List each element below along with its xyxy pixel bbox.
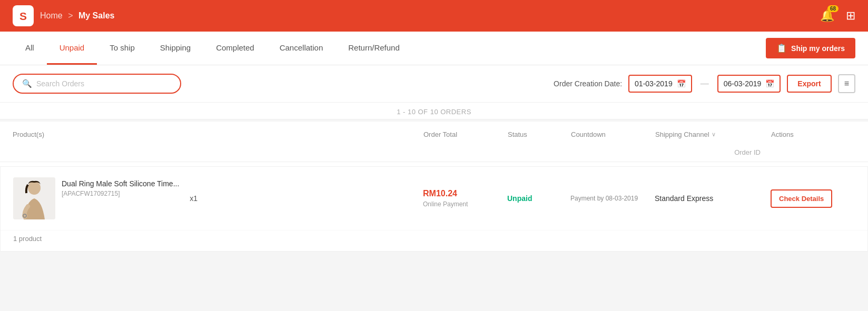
table-header: Product(s) Order Total Status Countdown … bbox=[0, 122, 868, 162]
header-right: 🔔 68 ⊞ bbox=[818, 7, 855, 24]
export-button[interactable]: Export bbox=[787, 75, 831, 93]
tab-to-ship[interactable]: To ship bbox=[97, 32, 147, 65]
filter-row: 🔍 Order Creation Date: 01-03-2019 📅 — 06… bbox=[0, 65, 868, 103]
tab-shipping[interactable]: Shipping bbox=[147, 32, 203, 65]
th-products: Product(s) bbox=[13, 131, 423, 138]
status-badge: Unpaid bbox=[507, 194, 532, 203]
hamburger-icon: ≡ bbox=[844, 79, 849, 88]
grid-menu-icon[interactable]: ⊞ bbox=[846, 9, 855, 23]
breadcrumb-separator: > bbox=[68, 11, 73, 20]
date-from-field[interactable]: 01-03-2019 📅 bbox=[628, 75, 692, 93]
tabs-bar: All Unpaid To ship Shipping Completed Ca… bbox=[0, 32, 868, 65]
ship-orders-icon: 📋 bbox=[776, 43, 787, 53]
orders-table: Product(s) Order Total Status Countdown … bbox=[0, 122, 868, 252]
payment-due-date: Payment by 08-03-2019 bbox=[570, 195, 655, 202]
sort-icon: ∨ bbox=[712, 131, 716, 138]
order-row-inner: Dual Ring Male Soft Silicone Time... [AP… bbox=[1, 167, 867, 230]
breadcrumb-home[interactable]: Home bbox=[40, 11, 63, 20]
breadcrumb: Home > My Sales bbox=[40, 11, 114, 21]
header-left: S Home > My Sales bbox=[13, 5, 114, 26]
breadcrumb-current: My Sales bbox=[78, 11, 114, 20]
tabs-list: All Unpaid To ship Shipping Completed Ca… bbox=[13, 32, 412, 65]
calendar-to-icon: 📅 bbox=[765, 79, 774, 88]
tab-return-refund[interactable]: Return/Refund bbox=[336, 32, 412, 65]
date-to-field[interactable]: 06-03-2019 📅 bbox=[717, 75, 781, 93]
product-image bbox=[13, 177, 55, 219]
tab-completed[interactable]: Completed bbox=[203, 32, 267, 65]
notification-icon[interactable]: 🔔 68 bbox=[818, 7, 835, 24]
product-info: Dual Ring Male Soft Silicone Time... [AP… bbox=[62, 177, 179, 197]
th-order-total: Order Total bbox=[423, 131, 508, 138]
table-row: Dual Ring Male Soft Silicone Time... [AP… bbox=[0, 166, 868, 252]
th-actions: Actions bbox=[771, 131, 855, 138]
table-subheader: Order ID bbox=[13, 147, 855, 162]
calendar-from-icon: 📅 bbox=[677, 79, 686, 88]
search-input[interactable] bbox=[36, 79, 172, 88]
product-count: 1 product bbox=[1, 230, 867, 251]
filter-right: Order Creation Date: 01-03-2019 📅 — 06-0… bbox=[554, 74, 855, 93]
product-cell: Dual Ring Male Soft Silicone Time... [AP… bbox=[13, 177, 423, 219]
notification-badge: 68 bbox=[827, 5, 839, 12]
th-countdown: Countdown bbox=[571, 131, 655, 138]
date-to-value: 06-03-2019 bbox=[724, 79, 762, 88]
product-name: Dual Ring Male Soft Silicone Time... bbox=[62, 179, 179, 188]
shipping-channel-cell: Standard Express bbox=[655, 194, 771, 203]
tab-all[interactable]: All bbox=[13, 32, 47, 65]
product-quantity: x1 bbox=[190, 194, 198, 203]
svg-point-3 bbox=[28, 181, 41, 195]
product-id: [APACFW17092715] bbox=[62, 190, 179, 197]
search-box[interactable]: 🔍 bbox=[13, 74, 181, 94]
date-from-value: 01-03-2019 bbox=[635, 79, 673, 88]
table-column-headers: Product(s) Order Total Status Countdown … bbox=[13, 122, 855, 147]
date-range-separator: — bbox=[698, 79, 711, 88]
countdown-cell: Payment by 08-03-2019 bbox=[570, 195, 655, 202]
th-status: Status bbox=[508, 131, 571, 138]
orders-count: 1 - 10 OF 10 ORDERS bbox=[0, 103, 868, 119]
order-total-cell: RM10.24 Online Payment bbox=[423, 189, 507, 208]
tab-cancellation[interactable]: Cancellation bbox=[267, 32, 336, 65]
actions-cell: Check Details bbox=[771, 189, 855, 208]
svg-text:S: S bbox=[19, 10, 27, 22]
check-details-button[interactable]: Check Details bbox=[771, 189, 832, 208]
column-menu-button[interactable]: ≡ bbox=[838, 74, 855, 93]
shopee-logo: S bbox=[13, 5, 34, 26]
payment-method: Online Payment bbox=[423, 200, 507, 208]
th-shipping-channel[interactable]: Shipping Channel ∨ bbox=[655, 131, 771, 138]
ship-orders-button[interactable]: 📋 Ship my orders bbox=[766, 38, 855, 58]
tab-unpaid[interactable]: Unpaid bbox=[47, 32, 97, 65]
th-order-id: Order ID bbox=[655, 148, 771, 156]
search-icon: 🔍 bbox=[22, 79, 32, 88]
total-amount: RM10.24 bbox=[423, 189, 507, 198]
status-cell: Unpaid bbox=[507, 194, 570, 203]
date-label: Order Creation Date: bbox=[554, 79, 622, 88]
page-header: S Home > My Sales 🔔 68 ⊞ bbox=[0, 0, 868, 32]
